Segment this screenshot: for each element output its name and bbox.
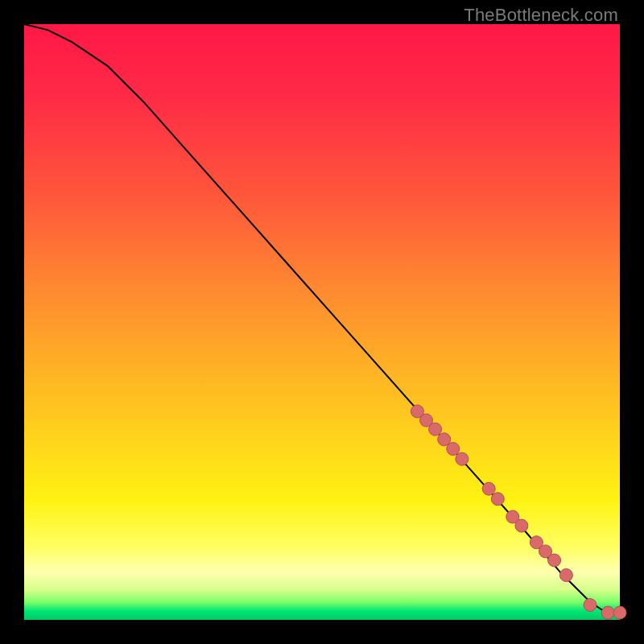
marker-group: [411, 405, 626, 619]
watermark-text: TheBottleneck.com: [464, 5, 618, 26]
data-point: [584, 599, 597, 612]
plot-area: [24, 24, 620, 620]
data-point: [456, 452, 469, 465]
data-point: [601, 606, 614, 619]
data-point: [491, 493, 504, 506]
curve-line: [24, 24, 620, 614]
chart-svg: [24, 24, 620, 620]
data-point: [429, 423, 442, 436]
data-point: [447, 443, 460, 456]
data-point: [482, 482, 495, 495]
chart-frame: TheBottleneck.com: [0, 0, 644, 644]
data-point: [548, 554, 561, 567]
data-point: [613, 606, 626, 619]
data-point: [515, 519, 528, 532]
data-point: [559, 569, 572, 582]
